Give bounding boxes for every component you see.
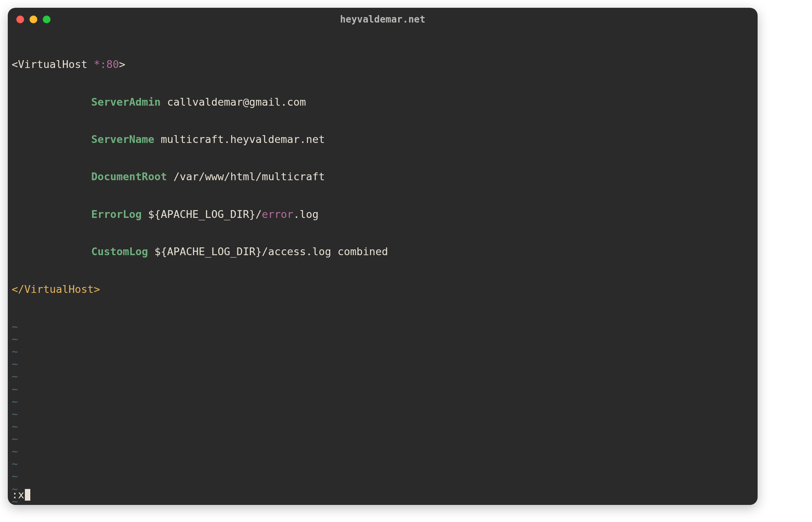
empty-line-tilde: ~ (12, 420, 754, 433)
empty-line-tilde: ~ (12, 483, 754, 495)
angle-close: > (119, 58, 125, 70)
cursor-icon (25, 489, 30, 501)
terminal-window: heyvaldemar.net <VirtualHost *:80> Serve… (8, 8, 758, 505)
directive-label: ErrorLog (91, 208, 142, 220)
empty-line-tilde: ~ (12, 320, 754, 333)
empty-line-tilde: ~ (12, 345, 754, 358)
empty-line-tilde: ~ (12, 408, 754, 420)
directive-custom-log: CustomLog ${APACHE_LOG_DIR}/access.log c… (12, 245, 754, 258)
tag-name: VirtualHost (18, 58, 87, 70)
empty-line-tilde: ~ (12, 333, 754, 345)
command-prefix: : (12, 489, 18, 501)
directive-value: ${APACHE_LOG_DIR}/access.log combined (148, 245, 388, 258)
window-title: heyvaldemar.net (340, 14, 425, 25)
editor-viewport[interactable]: <VirtualHost *:80> ServerAdmin callvalde… (8, 31, 758, 505)
maximize-icon[interactable] (43, 16, 51, 23)
empty-lines: ~~~~~~~~~~~~~~~~~~~~~~~~~ (12, 320, 754, 505)
empty-line-tilde: ~ (12, 470, 754, 482)
command-text: x (18, 489, 24, 501)
command-line[interactable]: :x (12, 489, 30, 501)
directive-server-admin: ServerAdmin callvaldemar@gmail.com (12, 96, 754, 108)
directive-value-var: ${APACHE_LOG_DIR}/ (142, 208, 262, 220)
empty-line-tilde: ~ (12, 395, 754, 408)
vhost-close-line: </VirtualHost> (12, 283, 754, 296)
close-icon[interactable] (16, 16, 24, 23)
vhost-open-line: <VirtualHost *:80> (12, 58, 754, 71)
empty-line-tilde: ~ (12, 445, 754, 458)
directive-label: DocumentRoot (91, 171, 167, 183)
empty-line-tilde: ~ (12, 358, 754, 370)
vhost-arg: *:80 (87, 58, 119, 70)
directive-value-tail: .log (293, 208, 319, 220)
empty-line-tilde: ~ (12, 458, 754, 470)
directive-document-root: DocumentRoot /var/www/html/multicraft (12, 171, 754, 183)
directive-value: callvaldemar@gmail.com (161, 96, 306, 108)
directive-label: ServerName (91, 133, 155, 145)
empty-line-tilde: ~ (12, 433, 754, 445)
directive-value: /var/www/html/multicraft (167, 171, 325, 183)
angle-open: < (12, 58, 18, 70)
empty-line-tilde: ~ (12, 495, 754, 505)
directive-label: ServerAdmin (91, 96, 161, 108)
directive-server-name: ServerName multicraft.heyvaldemar.net (12, 133, 754, 146)
directive-value: multicraft.heyvaldemar.net (154, 133, 325, 145)
titlebar: heyvaldemar.net (8, 8, 758, 31)
directive-value-error: error (262, 208, 293, 220)
minimize-icon[interactable] (30, 16, 37, 23)
closing-tag: </VirtualHost> (12, 283, 100, 295)
empty-line-tilde: ~ (12, 383, 754, 395)
directive-label: CustomLog (91, 245, 148, 258)
directive-error-log: ErrorLog ${APACHE_LOG_DIR}/error.log (12, 208, 754, 221)
empty-line-tilde: ~ (12, 370, 754, 383)
window-controls (16, 16, 51, 23)
